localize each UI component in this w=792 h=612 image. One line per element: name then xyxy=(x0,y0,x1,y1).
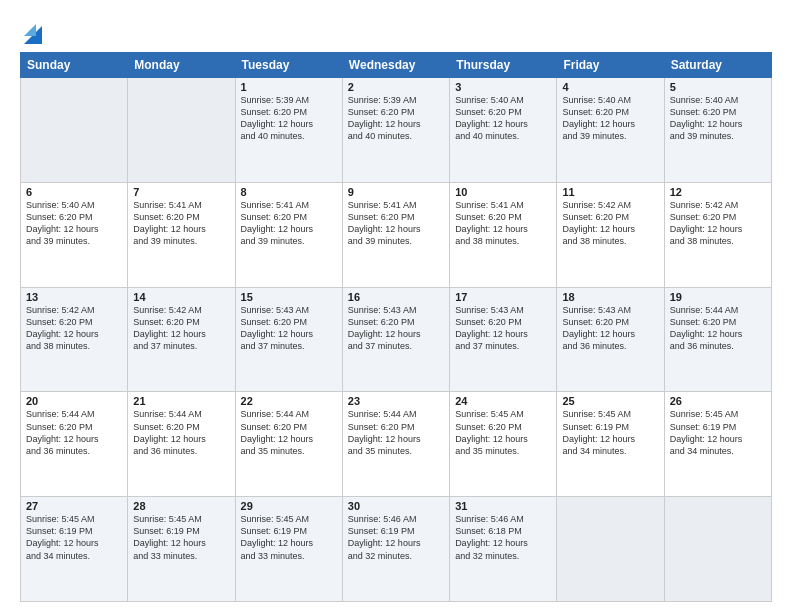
calendar-cell: 19Sunrise: 5:44 AM Sunset: 6:20 PM Dayli… xyxy=(664,287,771,392)
calendar-cell: 20Sunrise: 5:44 AM Sunset: 6:20 PM Dayli… xyxy=(21,392,128,497)
page: SundayMondayTuesdayWednesdayThursdayFrid… xyxy=(0,0,792,612)
day-number: 4 xyxy=(562,81,658,93)
day-info: Sunrise: 5:44 AM Sunset: 6:20 PM Dayligh… xyxy=(241,408,337,457)
day-info: Sunrise: 5:44 AM Sunset: 6:20 PM Dayligh… xyxy=(670,304,766,353)
calendar-cell: 27Sunrise: 5:45 AM Sunset: 6:19 PM Dayli… xyxy=(21,497,128,602)
logo xyxy=(20,16,42,44)
day-number: 13 xyxy=(26,291,122,303)
calendar-week-row: 6Sunrise: 5:40 AM Sunset: 6:20 PM Daylig… xyxy=(21,182,772,287)
day-number: 26 xyxy=(670,395,766,407)
day-info: Sunrise: 5:45 AM Sunset: 6:19 PM Dayligh… xyxy=(241,513,337,562)
calendar-cell: 5Sunrise: 5:40 AM Sunset: 6:20 PM Daylig… xyxy=(664,78,771,183)
calendar-cell: 28Sunrise: 5:45 AM Sunset: 6:19 PM Dayli… xyxy=(128,497,235,602)
day-number: 8 xyxy=(241,186,337,198)
day-number: 19 xyxy=(670,291,766,303)
calendar-header-sunday: Sunday xyxy=(21,53,128,78)
calendar-cell: 30Sunrise: 5:46 AM Sunset: 6:19 PM Dayli… xyxy=(342,497,449,602)
svg-marker-1 xyxy=(24,24,36,36)
logo-icon xyxy=(22,16,42,44)
day-info: Sunrise: 5:42 AM Sunset: 6:20 PM Dayligh… xyxy=(562,199,658,248)
day-info: Sunrise: 5:43 AM Sunset: 6:20 PM Dayligh… xyxy=(348,304,444,353)
day-info: Sunrise: 5:41 AM Sunset: 6:20 PM Dayligh… xyxy=(455,199,551,248)
day-number: 21 xyxy=(133,395,229,407)
calendar-cell: 26Sunrise: 5:45 AM Sunset: 6:19 PM Dayli… xyxy=(664,392,771,497)
day-number: 5 xyxy=(670,81,766,93)
day-info: Sunrise: 5:40 AM Sunset: 6:20 PM Dayligh… xyxy=(562,94,658,143)
day-number: 1 xyxy=(241,81,337,93)
day-number: 2 xyxy=(348,81,444,93)
day-number: 24 xyxy=(455,395,551,407)
day-number: 18 xyxy=(562,291,658,303)
calendar-cell xyxy=(21,78,128,183)
day-number: 10 xyxy=(455,186,551,198)
day-info: Sunrise: 5:41 AM Sunset: 6:20 PM Dayligh… xyxy=(241,199,337,248)
day-number: 30 xyxy=(348,500,444,512)
calendar-header-monday: Monday xyxy=(128,53,235,78)
calendar-cell: 1Sunrise: 5:39 AM Sunset: 6:20 PM Daylig… xyxy=(235,78,342,183)
calendar-cell: 22Sunrise: 5:44 AM Sunset: 6:20 PM Dayli… xyxy=(235,392,342,497)
day-number: 23 xyxy=(348,395,444,407)
calendar-cell: 29Sunrise: 5:45 AM Sunset: 6:19 PM Dayli… xyxy=(235,497,342,602)
calendar-header-friday: Friday xyxy=(557,53,664,78)
day-number: 31 xyxy=(455,500,551,512)
day-info: Sunrise: 5:40 AM Sunset: 6:20 PM Dayligh… xyxy=(455,94,551,143)
day-number: 27 xyxy=(26,500,122,512)
calendar-cell: 12Sunrise: 5:42 AM Sunset: 6:20 PM Dayli… xyxy=(664,182,771,287)
calendar-cell: 24Sunrise: 5:45 AM Sunset: 6:20 PM Dayli… xyxy=(450,392,557,497)
day-number: 14 xyxy=(133,291,229,303)
day-info: Sunrise: 5:43 AM Sunset: 6:20 PM Dayligh… xyxy=(562,304,658,353)
day-info: Sunrise: 5:40 AM Sunset: 6:20 PM Dayligh… xyxy=(670,94,766,143)
day-number: 7 xyxy=(133,186,229,198)
day-number: 9 xyxy=(348,186,444,198)
calendar-header-row: SundayMondayTuesdayWednesdayThursdayFrid… xyxy=(21,53,772,78)
day-info: Sunrise: 5:45 AM Sunset: 6:19 PM Dayligh… xyxy=(26,513,122,562)
calendar-cell: 11Sunrise: 5:42 AM Sunset: 6:20 PM Dayli… xyxy=(557,182,664,287)
header xyxy=(20,16,772,44)
day-info: Sunrise: 5:39 AM Sunset: 6:20 PM Dayligh… xyxy=(241,94,337,143)
day-number: 3 xyxy=(455,81,551,93)
day-number: 6 xyxy=(26,186,122,198)
day-info: Sunrise: 5:46 AM Sunset: 6:18 PM Dayligh… xyxy=(455,513,551,562)
day-info: Sunrise: 5:45 AM Sunset: 6:20 PM Dayligh… xyxy=(455,408,551,457)
calendar-header-saturday: Saturday xyxy=(664,53,771,78)
calendar-header-tuesday: Tuesday xyxy=(235,53,342,78)
day-number: 12 xyxy=(670,186,766,198)
calendar-cell: 31Sunrise: 5:46 AM Sunset: 6:18 PM Dayli… xyxy=(450,497,557,602)
day-info: Sunrise: 5:43 AM Sunset: 6:20 PM Dayligh… xyxy=(455,304,551,353)
calendar-week-row: 20Sunrise: 5:44 AM Sunset: 6:20 PM Dayli… xyxy=(21,392,772,497)
day-number: 17 xyxy=(455,291,551,303)
day-info: Sunrise: 5:44 AM Sunset: 6:20 PM Dayligh… xyxy=(26,408,122,457)
calendar-cell: 16Sunrise: 5:43 AM Sunset: 6:20 PM Dayli… xyxy=(342,287,449,392)
calendar-cell: 8Sunrise: 5:41 AM Sunset: 6:20 PM Daylig… xyxy=(235,182,342,287)
day-info: Sunrise: 5:42 AM Sunset: 6:20 PM Dayligh… xyxy=(670,199,766,248)
calendar-table: SundayMondayTuesdayWednesdayThursdayFrid… xyxy=(20,52,772,602)
calendar-cell: 9Sunrise: 5:41 AM Sunset: 6:20 PM Daylig… xyxy=(342,182,449,287)
calendar-cell: 23Sunrise: 5:44 AM Sunset: 6:20 PM Dayli… xyxy=(342,392,449,497)
calendar-cell: 2Sunrise: 5:39 AM Sunset: 6:20 PM Daylig… xyxy=(342,78,449,183)
day-info: Sunrise: 5:39 AM Sunset: 6:20 PM Dayligh… xyxy=(348,94,444,143)
day-number: 22 xyxy=(241,395,337,407)
calendar-cell: 14Sunrise: 5:42 AM Sunset: 6:20 PM Dayli… xyxy=(128,287,235,392)
day-info: Sunrise: 5:45 AM Sunset: 6:19 PM Dayligh… xyxy=(562,408,658,457)
calendar-cell: 21Sunrise: 5:44 AM Sunset: 6:20 PM Dayli… xyxy=(128,392,235,497)
day-info: Sunrise: 5:46 AM Sunset: 6:19 PM Dayligh… xyxy=(348,513,444,562)
day-info: Sunrise: 5:41 AM Sunset: 6:20 PM Dayligh… xyxy=(133,199,229,248)
day-number: 11 xyxy=(562,186,658,198)
day-info: Sunrise: 5:42 AM Sunset: 6:20 PM Dayligh… xyxy=(133,304,229,353)
calendar-week-row: 13Sunrise: 5:42 AM Sunset: 6:20 PM Dayli… xyxy=(21,287,772,392)
day-number: 29 xyxy=(241,500,337,512)
day-info: Sunrise: 5:42 AM Sunset: 6:20 PM Dayligh… xyxy=(26,304,122,353)
day-number: 25 xyxy=(562,395,658,407)
day-info: Sunrise: 5:45 AM Sunset: 6:19 PM Dayligh… xyxy=(133,513,229,562)
calendar-cell: 15Sunrise: 5:43 AM Sunset: 6:20 PM Dayli… xyxy=(235,287,342,392)
calendar-cell: 10Sunrise: 5:41 AM Sunset: 6:20 PM Dayli… xyxy=(450,182,557,287)
day-number: 20 xyxy=(26,395,122,407)
calendar-cell xyxy=(557,497,664,602)
calendar-cell: 6Sunrise: 5:40 AM Sunset: 6:20 PM Daylig… xyxy=(21,182,128,287)
calendar-cell: 3Sunrise: 5:40 AM Sunset: 6:20 PM Daylig… xyxy=(450,78,557,183)
calendar-cell: 25Sunrise: 5:45 AM Sunset: 6:19 PM Dayli… xyxy=(557,392,664,497)
day-info: Sunrise: 5:45 AM Sunset: 6:19 PM Dayligh… xyxy=(670,408,766,457)
calendar-cell: 13Sunrise: 5:42 AM Sunset: 6:20 PM Dayli… xyxy=(21,287,128,392)
calendar-cell: 17Sunrise: 5:43 AM Sunset: 6:20 PM Dayli… xyxy=(450,287,557,392)
day-info: Sunrise: 5:44 AM Sunset: 6:20 PM Dayligh… xyxy=(133,408,229,457)
